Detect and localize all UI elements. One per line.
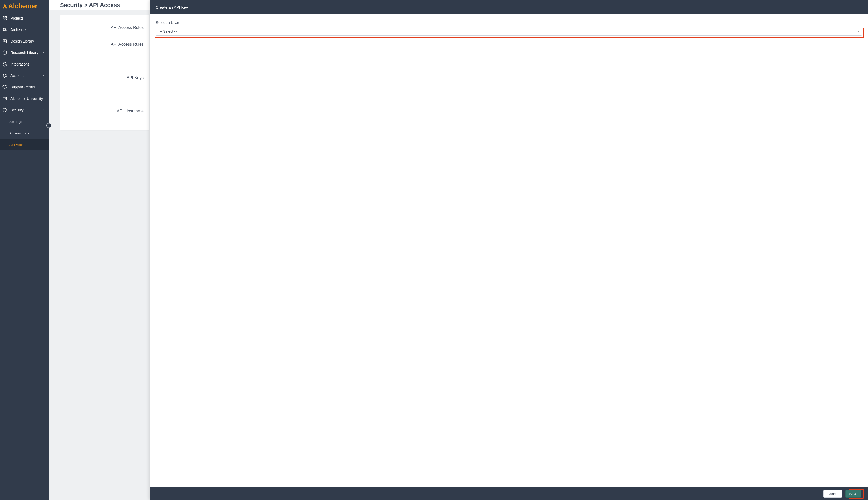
svg-text:AU: AU — [3, 98, 6, 100]
sidebar-item-label: Alchemer University — [10, 96, 45, 101]
svg-point-8 — [3, 51, 6, 52]
create-api-key-panel: Create an API Key Select a User -- Selec… — [150, 0, 868, 500]
save-button-label: Save — [849, 492, 857, 496]
sync-icon — [2, 61, 7, 67]
svg-point-4 — [3, 29, 5, 30]
svg-rect-2 — [3, 19, 4, 20]
heart-icon — [2, 84, 7, 90]
sidebar-item-label: Support Center — [10, 85, 45, 89]
sidebar-item-account[interactable]: Account — [0, 70, 49, 81]
caret-down-icon — [42, 62, 45, 66]
sidebar-item-label: Research Library — [10, 50, 39, 55]
sidebar-item-label: Audience — [10, 28, 45, 32]
sidebar-sub-label: Access Logs — [9, 131, 30, 135]
caret-down-icon — [42, 51, 45, 54]
sidebar-item-label: Account — [10, 73, 39, 78]
cancel-button-label: Cancel — [827, 492, 838, 496]
svg-rect-1 — [5, 16, 7, 18]
select-user-dropdown[interactable]: -- Select -- — [156, 27, 862, 36]
cancel-button[interactable]: Cancel — [823, 490, 842, 498]
sidebar-sub-access-logs[interactable]: Access Logs — [0, 127, 49, 139]
panel-header: Create an API Key — [150, 0, 868, 14]
shield-icon — [2, 107, 7, 113]
brand-name: Alchemer — [8, 2, 37, 10]
select-user-wrap: -- Select -- — [156, 27, 862, 36]
svg-point-7 — [4, 41, 4, 41]
panel-body: Select a User -- Select -- — [150, 14, 868, 488]
university-icon: AU — [2, 96, 7, 101]
sidebar-item-alchemer-university[interactable]: AU Alchemer University — [0, 93, 49, 104]
section-api-access-rules-2: API Access Rules — [66, 39, 144, 49]
gear-icon — [2, 73, 7, 78]
select-user-label: Select a User — [156, 20, 862, 25]
svg-point-5 — [5, 29, 6, 30]
section-api-hostname: API Hostname — [66, 106, 144, 116]
sidebar-item-label: Security — [10, 108, 39, 112]
section-api-keys: API Keys — [66, 73, 144, 83]
caret-down-icon — [42, 40, 45, 43]
caret-down-icon — [42, 74, 45, 77]
sidebar-sub-label: API Access — [9, 143, 27, 147]
api-access-card: API Access Rules API Access Rules API Ke… — [60, 15, 149, 130]
sidebar-item-design-library[interactable]: Design Library — [0, 35, 49, 47]
caret-up-icon — [42, 109, 45, 112]
sidebar-item-research-library[interactable]: Research Library — [0, 47, 49, 58]
sidebar-item-integrations[interactable]: Integrations — [0, 58, 49, 70]
section-api-access-rules-1: API Access Rules — [66, 23, 144, 33]
sidebar-item-support-center[interactable]: Support Center — [0, 81, 49, 93]
grid-icon — [2, 16, 7, 21]
breadcrumb: Security > API Access — [60, 2, 120, 9]
image-icon — [2, 38, 7, 44]
sidebar-item-label: Integrations — [10, 62, 39, 66]
save-button[interactable]: Save — [845, 490, 861, 498]
sidebar-sub-api-access[interactable]: API Access — [0, 139, 49, 150]
sidebar-nav: Projects Audience Design Library — [0, 10, 49, 150]
panel-footer: Cancel Save — [150, 488, 868, 500]
brand-mark-icon — [2, 3, 8, 9]
app-root: Alchemer Projects Audience Design Librar — [0, 0, 868, 500]
sidebar-item-label: Design Library — [10, 39, 39, 43]
sidebar: Alchemer Projects Audience Design Librar — [0, 0, 49, 500]
panel-title: Create an API Key — [156, 5, 188, 9]
sidebar-sub-settings[interactable]: Settings — [0, 116, 49, 127]
people-icon — [2, 27, 7, 32]
svg-rect-0 — [3, 16, 4, 18]
database-icon — [2, 50, 7, 55]
sidebar-item-security[interactable]: Security — [0, 104, 49, 116]
sidebar-item-label: Projects — [10, 16, 45, 20]
svg-point-9 — [4, 75, 5, 77]
brand-logo: Alchemer — [0, 0, 49, 10]
sidebar-sub-label: Settings — [9, 120, 22, 124]
svg-rect-3 — [5, 19, 7, 20]
sidebar-item-projects[interactable]: Projects — [0, 12, 49, 24]
sidebar-item-audience[interactable]: Audience — [0, 24, 49, 35]
